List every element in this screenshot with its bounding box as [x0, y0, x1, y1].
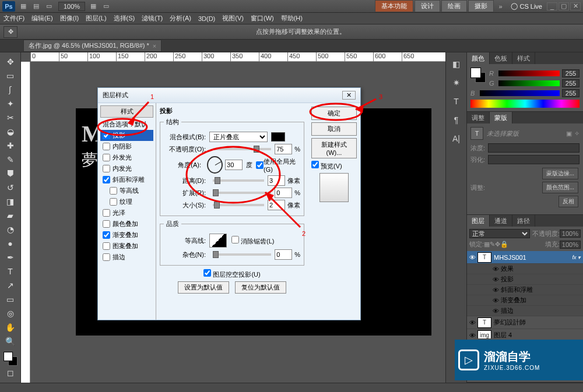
- style-item[interactable]: 外发光: [100, 152, 153, 163]
- wand-tool-icon[interactable]: ✦: [4, 97, 17, 110]
- blending-options-item[interactable]: 混合选项：默认: [100, 119, 153, 130]
- shape-tool-icon[interactable]: ▭: [4, 293, 17, 306]
- lock-all-icon[interactable]: 🔒: [500, 241, 508, 248]
- marquee-tool-icon[interactable]: ▭: [4, 69, 17, 82]
- b-value[interactable]: 255: [562, 89, 580, 97]
- style-item[interactable]: 纹理: [100, 196, 153, 207]
- workspace-draw-button[interactable]: 绘画: [441, 0, 467, 12]
- history-brush-tool-icon[interactable]: ↺: [4, 181, 17, 194]
- g-value[interactable]: 255: [562, 79, 580, 87]
- minimize-icon[interactable]: _: [547, 2, 557, 10]
- workspace-photo-button[interactable]: 摄影: [468, 0, 494, 12]
- gradient-tool-icon[interactable]: ▰: [4, 209, 17, 222]
- more-workspaces-icon[interactable]: »: [494, 1, 506, 12]
- style-item[interactable]: 内阴影: [100, 141, 153, 152]
- mask-edge-button[interactable]: 蒙版边缘...: [542, 168, 578, 179]
- style-checkbox[interactable]: [103, 176, 110, 183]
- new-style-button[interactable]: 新建样式(W)...: [311, 138, 357, 158]
- screen-mode-icon[interactable]: ▭: [100, 1, 112, 12]
- swatch-tool[interactable]: [3, 352, 17, 366]
- style-item[interactable]: 光泽: [100, 207, 153, 218]
- global-light-checkbox[interactable]: [256, 161, 264, 169]
- restore-icon[interactable]: ▢: [559, 2, 569, 10]
- cancel-button[interactable]: 取消: [311, 122, 357, 136]
- menu-3d[interactable]: 3D(D): [198, 15, 215, 22]
- fx-badge[interactable]: fx ▾: [572, 255, 581, 260]
- angle-field[interactable]: [225, 160, 243, 170]
- bridge-icon[interactable]: ▦: [17, 1, 29, 12]
- distance-slider[interactable]: [213, 179, 264, 182]
- spread-field[interactable]: [275, 188, 292, 198]
- tab-color[interactable]: 颜色: [467, 52, 490, 64]
- tab-swatches[interactable]: 色板: [490, 52, 512, 64]
- contour-picker[interactable]: [209, 234, 227, 248]
- invert-button[interactable]: 反相: [559, 196, 578, 207]
- healing-tool-icon[interactable]: ✚: [4, 139, 17, 152]
- color-ramp[interactable]: [470, 100, 580, 108]
- style-checkbox[interactable]: [103, 154, 110, 161]
- tab-layers[interactable]: 图层: [467, 215, 490, 227]
- fill-value[interactable]: 100%: [560, 241, 581, 249]
- menu-view[interactable]: 视图(V): [222, 14, 244, 23]
- color-range-button[interactable]: 颜色范围...: [542, 182, 578, 193]
- crop-tool-icon[interactable]: ✂: [4, 111, 17, 124]
- eraser-tool-icon[interactable]: ◨: [4, 195, 17, 208]
- style-item[interactable]: 等高线: [100, 185, 153, 196]
- style-item[interactable]: 斜面和浮雕: [100, 174, 153, 185]
- layer-row[interactable]: 👁斜面和浮雕: [467, 285, 583, 295]
- menu-window[interactable]: 窗口(W): [251, 14, 274, 23]
- color-swatches[interactable]: [470, 68, 486, 83]
- visibility-icon[interactable]: 👁: [467, 332, 477, 339]
- angle-dial[interactable]: [207, 156, 223, 174]
- layer-row[interactable]: 👁T夢幻設計師: [467, 316, 583, 329]
- tab-channels[interactable]: 通道: [490, 215, 512, 227]
- document-tab[interactable]: 名作.jpg @ 46.5% (MHSJS001, RGB/8#) * ×: [23, 40, 161, 52]
- blend-mode-select[interactable]: 正常: [469, 229, 530, 238]
- style-checkbox[interactable]: [103, 132, 110, 139]
- menu-filter[interactable]: 滤镜(T): [142, 14, 163, 23]
- tab-mask[interactable]: 蒙版: [490, 112, 512, 123]
- view-extras-icon[interactable]: ▭: [43, 1, 55, 12]
- paragraph-panel-icon[interactable]: ¶: [449, 113, 463, 127]
- b-slider[interactable]: [480, 90, 560, 96]
- pen-tool-icon[interactable]: ✒: [4, 251, 17, 264]
- style-checkbox[interactable]: [103, 165, 110, 172]
- opacity-value[interactable]: 100%: [560, 229, 581, 238]
- style-checkbox[interactable]: [110, 187, 117, 195]
- dialog-titlebar[interactable]: 图层样式 ✕: [98, 88, 360, 103]
- visibility-icon[interactable]: 👁: [490, 276, 501, 283]
- layer-row[interactable]: 👁TMHSJS001fx ▾: [467, 251, 583, 264]
- workspace-design-button[interactable]: 设计: [415, 0, 440, 12]
- type-tool-icon[interactable]: T: [4, 265, 17, 278]
- menu-file[interactable]: 文件(F): [3, 14, 24, 23]
- dodge-tool-icon[interactable]: ●: [4, 237, 17, 250]
- cslive-button[interactable]: CS Live: [511, 2, 542, 10]
- 3d-tool-icon[interactable]: ◎: [4, 307, 17, 320]
- style-checkbox[interactable]: [103, 143, 110, 150]
- close-tab-icon[interactable]: ×: [153, 43, 156, 50]
- style-item[interactable]: 渐变叠加: [100, 229, 153, 241]
- noise-field[interactable]: [275, 249, 292, 260]
- arrange-icon[interactable]: ▦: [87, 1, 99, 12]
- eyedropper-tool-icon[interactable]: ◒: [4, 125, 17, 138]
- visibility-icon[interactable]: 👁: [490, 266, 501, 273]
- visibility-icon[interactable]: 👁: [490, 287, 501, 294]
- tab-styles[interactable]: 样式: [512, 52, 535, 64]
- current-tool-icon[interactable]: ✥: [3, 26, 17, 38]
- tab-paths[interactable]: 路径: [512, 215, 535, 227]
- zoom-tool-icon[interactable]: 🔍: [4, 335, 17, 348]
- blur-tool-icon[interactable]: ◔: [4, 223, 17, 236]
- menu-analysis[interactable]: 分析(A): [170, 14, 191, 23]
- close-icon[interactable]: ✕: [570, 2, 581, 10]
- workspace-basic-button[interactable]: 基本功能: [375, 0, 413, 12]
- stamp-tool-icon[interactable]: ⛊: [4, 167, 17, 180]
- style-item[interactable]: 图案叠加: [100, 241, 153, 252]
- shadow-color-swatch[interactable]: [271, 132, 285, 142]
- lock-trans-icon[interactable]: ▦: [484, 241, 490, 248]
- pixel-mask-icon[interactable]: ▣: [566, 130, 572, 137]
- menu-layer[interactable]: 图层(L): [86, 14, 106, 23]
- hand-tool-icon[interactable]: ✋: [4, 321, 17, 334]
- actions-panel-icon[interactable]: ✷: [449, 76, 463, 90]
- layer-row[interactable]: 👁投影: [467, 274, 583, 285]
- visibility-icon[interactable]: 👁: [490, 297, 501, 304]
